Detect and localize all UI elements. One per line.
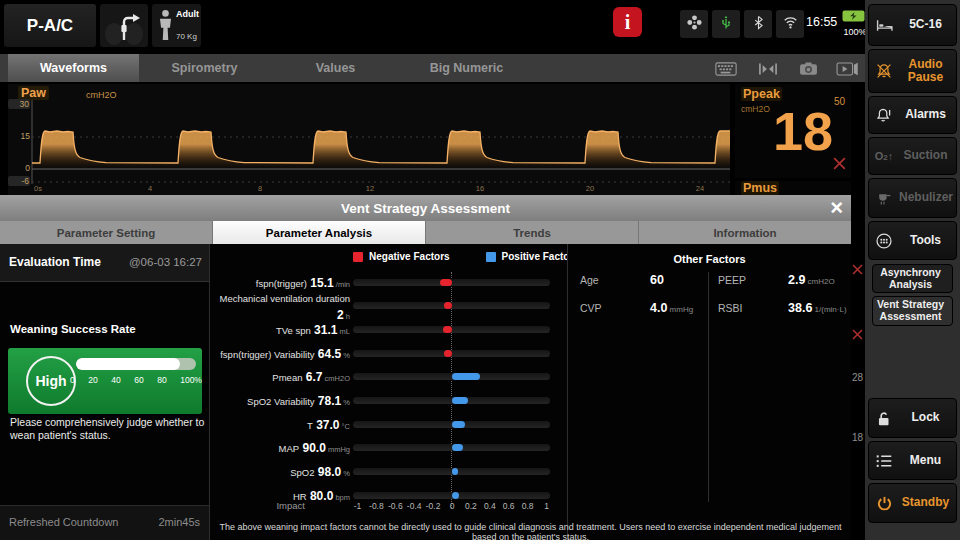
weaning-scale-tick: 40: [111, 375, 120, 385]
sidebar-item-standby[interactable]: Standby: [868, 483, 957, 523]
column-divider: [708, 272, 709, 502]
close-icon[interactable]: ×: [830, 195, 843, 221]
video-record-icon[interactable]: [834, 61, 860, 76]
legend-negative: Negative Factors: [353, 251, 450, 262]
other-factor-value: 38.6 1/(min·L): [788, 301, 847, 315]
tab-parameter-setting[interactable]: Parameter Setting: [0, 221, 213, 244]
occluded-tiles-strip: 28 18: [851, 195, 865, 540]
evaluation-time-row: Evaluation Time @06-03 16:27: [0, 244, 209, 282]
pmus-tile[interactable]: Pmus: [735, 181, 851, 195]
factor-row: Mechanical ventilation duration 2 h: [210, 294, 567, 318]
tab-parameter-analysis[interactable]: Parameter Analysis: [213, 221, 426, 244]
sidebar-item-tools[interactable]: Tools: [868, 221, 957, 260]
waveform-label[interactable]: Paw: [18, 86, 49, 100]
patient-info-button[interactable]: Adult 70 Kg: [152, 4, 201, 47]
bed-icon: [869, 18, 899, 33]
alarm-off-icon: [833, 156, 846, 174]
x-tick: 16: [476, 184, 484, 193]
dialog-tab-bar: Parameter Setting Parameter Analysis Tre…: [0, 221, 851, 244]
paw-waveform: [8, 84, 730, 195]
sidebar-item-alarms[interactable]: Alarms: [868, 96, 957, 134]
sidebar-item-nebulizer[interactable]: Nebulizer: [868, 178, 957, 218]
refresh-countdown-label: Refreshed Countdown: [9, 516, 118, 528]
usb-status: [712, 10, 740, 38]
impact-bar: [452, 468, 458, 475]
other-factor-value: 4.0 mmHg: [650, 301, 693, 315]
weaning-note: Please comprehensively judge whether to …: [10, 416, 206, 442]
sidebar-item-asynchrony-analysis[interactable]: Asynchrony Analysis: [872, 264, 953, 293]
weaning-scale-tick: 0: [70, 375, 75, 385]
assessment-summary-panel: Evaluation Time @06-03 16:27 Weaning Suc…: [0, 244, 210, 540]
other-factor-name: PEEP: [718, 274, 746, 286]
fan-icon: [686, 14, 703, 35]
factor-row: SpO2 98.0 %: [210, 460, 567, 484]
menu-icon: [869, 453, 899, 469]
ventilation-mode-button[interactable]: P-A/C: [4, 4, 96, 47]
tab-values[interactable]: Values: [270, 54, 401, 82]
factor-row: MAP 90.0 mmHg: [210, 436, 567, 460]
y-tick[interactable]: 30: [8, 99, 30, 109]
x-tick: 24: [696, 184, 704, 193]
sidebar-item-lock[interactable]: Lock: [868, 398, 957, 438]
alarm-info-icon[interactable]: i: [613, 7, 642, 37]
x-tick: 8: [258, 184, 262, 193]
tab-information[interactable]: Information: [639, 221, 851, 244]
weaning-scale-tick: 80: [157, 375, 166, 385]
positive-swatch: [486, 252, 496, 262]
paw-waveform-panel: Paw cmH2O 30 15 0 -6 0s 4 8 12 16 20 24: [8, 84, 730, 195]
impact-axis-tick: 0.8: [522, 501, 534, 511]
other-factor-value: 60: [650, 273, 664, 287]
tab-waveforms[interactable]: Waveforms: [8, 54, 139, 82]
weaning-scale: 020406080100%: [70, 375, 202, 385]
edge-value: 18: [852, 432, 863, 443]
impact-axis-label: Impact: [210, 500, 305, 511]
intubation-icon: [100, 33, 148, 47]
other-factors-title: Other Factors: [568, 253, 851, 265]
sidebar-item-audio-pause[interactable]: Audio Pause: [868, 49, 957, 93]
nebulizer-icon: [869, 190, 899, 206]
sidebar-item-label: Menu: [899, 454, 956, 467]
tab-big-numeric[interactable]: Big Numeric: [401, 54, 532, 82]
sidebar-item-label: 5C-16: [899, 18, 956, 31]
factor-label: MAP 90.0 mmHg: [210, 436, 350, 460]
x-tick: 0s: [34, 184, 42, 193]
sidebar-item-label: Asynchrony Analysis: [873, 267, 952, 290]
impact-axis-tick: 0: [450, 501, 455, 511]
freeze-icon[interactable]: [755, 61, 781, 76]
impact-bar: [444, 350, 452, 357]
tab-spirometry[interactable]: Spirometry: [139, 54, 270, 82]
other-factor-name: RSBI: [718, 302, 743, 314]
ppeak-tile[interactable]: Ppeak cmH2O 50 18: [735, 84, 851, 178]
ppeak-label: Ppeak: [741, 87, 782, 101]
y-tick[interactable]: -6: [8, 176, 30, 186]
sidebar-item-menu[interactable]: Menu: [868, 441, 957, 480]
sidebar-item-5c-16[interactable]: 5C-16: [868, 4, 957, 46]
legend: Negative Factors Positive Factors: [353, 251, 553, 262]
camera-icon[interactable]: [795, 61, 821, 76]
alarm-off-icon: [852, 326, 863, 344]
lock-icon: [869, 410, 899, 427]
impact-axis-tick: 1: [544, 501, 549, 511]
weaning-success-gauge: High 020406080100%: [8, 348, 202, 414]
y-tick: 15: [8, 131, 30, 141]
impact-axis-tick: -0.6: [388, 501, 403, 511]
other-factors-panel: Other Factors Age60CVP4.0 mmHgPEEP2.9 cm…: [567, 244, 851, 540]
tab-trends[interactable]: Trends: [426, 221, 639, 244]
sidebar-item-label: Nebulizer: [899, 191, 957, 204]
factor-label: SpO2 Variability 78.1 %: [210, 389, 350, 413]
usb-icon: [718, 14, 734, 35]
weaning-scale-tick: 20: [88, 375, 97, 385]
sidebar: 5C-16Audio PauseAlarmsO2↑SuctionNebulize…: [865, 0, 960, 540]
alarm-off-icon: [852, 261, 863, 279]
pmus-label: Pmus: [741, 181, 779, 195]
factor-label: fspn(trigger) Variability 64.5 %: [210, 341, 350, 365]
ppeak-alarm-limit: 50: [834, 96, 845, 107]
x-tick: 4: [148, 184, 152, 193]
sidebar-item-suction[interactable]: O2↑Suction: [868, 137, 957, 175]
x-tick: 12: [366, 184, 374, 193]
keyboard-icon[interactable]: [713, 61, 739, 76]
sidebar-item-vent-strategy-assessment[interactable]: Vent Strategy Assessment: [872, 296, 953, 326]
factor-analysis-chart: Negative Factors Positive Factors fspn(t…: [210, 244, 567, 540]
intubation-status-button[interactable]: [100, 4, 148, 47]
factor-label: Pmean 6.7 cmH2O: [210, 365, 350, 389]
